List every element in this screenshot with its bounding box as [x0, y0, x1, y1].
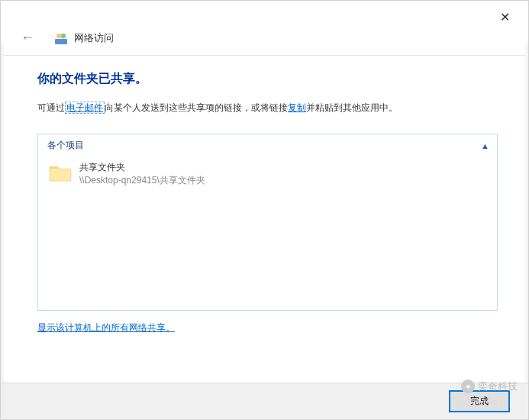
done-button[interactable]: 完成: [449, 390, 510, 412]
desc-prefix: 可通过: [37, 102, 65, 113]
collapse-arrow-icon[interactable]: ▲: [481, 141, 489, 150]
shared-item-row[interactable]: 共享文件夹 \\Desktop-qn29415\共享文件夹: [38, 157, 497, 192]
shared-items-box: 各个项目 ▲ 共享文件夹 \\Desktop-qn29415\共享文件夹: [37, 134, 498, 311]
desc-mid: 向某个人发送到这些共享项的链接，或将链接: [105, 102, 288, 113]
dialog-content: 你的文件夹已共享。 可通过电子邮件向某个人发送到这些共享项的链接，或将链接复制并…: [1, 56, 528, 334]
network-access-icon: [54, 31, 68, 45]
left-edge: [1, 44, 4, 419]
close-button[interactable]: ✕: [494, 7, 516, 27]
dialog-header: ← 网络访问: [1, 1, 528, 56]
dialog-title: 网络访问: [74, 31, 114, 45]
network-access-dialog: ✕ ← 网络访问 你的文件夹已共享。 可通过电子邮件向某个人发送到这些共享项的链…: [0, 0, 529, 420]
dialog-footer: 完成: [1, 383, 528, 419]
email-link[interactable]: 电子邮件: [65, 102, 105, 114]
items-header-label: 各个项目: [47, 139, 84, 152]
main-heading: 你的文件夹已共享。: [37, 71, 498, 87]
back-arrow-icon[interactable]: ←: [18, 28, 37, 47]
description-text: 可通过电子邮件向某个人发送到这些共享项的链接，或将链接复制并粘贴到其他应用中。: [37, 101, 498, 115]
item-path: \\Desktop-qn29415\共享文件夹: [79, 174, 205, 187]
item-texts: 共享文件夹 \\Desktop-qn29415\共享文件夹: [79, 161, 205, 187]
items-header[interactable]: 各个项目 ▲: [38, 134, 497, 157]
svg-point-1: [56, 33, 61, 37]
desc-suffix: 并粘贴到其他应用中。: [306, 102, 398, 113]
folder-icon: [49, 163, 72, 183]
item-name: 共享文件夹: [79, 161, 205, 174]
copy-link[interactable]: 复制: [288, 102, 306, 113]
svg-point-2: [61, 33, 66, 37]
right-edge: [525, 44, 528, 419]
svg-rect-0: [55, 39, 67, 44]
show-all-shares-link[interactable]: 显示该计算机上的所有网络共享。: [37, 321, 175, 334]
